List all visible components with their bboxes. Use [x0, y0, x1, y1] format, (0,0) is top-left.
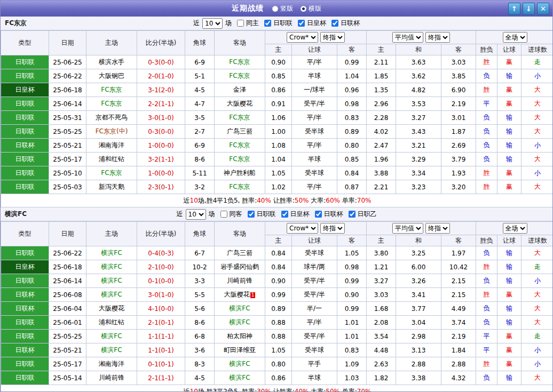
scope-select[interactable]: 全场 — [503, 223, 527, 234]
league-filter-checkbox[interactable] — [349, 211, 356, 218]
cell-score: 3-2(1-1) — [137, 153, 185, 166]
cell-goals-result: 大 — [522, 316, 553, 330]
cell-goals-result: 小 — [522, 166, 553, 180]
cell-date: 25-06-18 — [49, 83, 86, 97]
sub-column-header: 客 — [441, 44, 476, 55]
odds-source-select[interactable]: Crow* — [287, 32, 318, 43]
league-filter-checkbox[interactable] — [298, 20, 305, 27]
away-team-text: 町田泽维亚 — [224, 346, 256, 354]
cell-competition: 日职联 — [1, 69, 49, 83]
cell-competition: 日职联 — [1, 274, 49, 288]
cell-result: 负 — [476, 125, 497, 139]
cell-avg-home: 2.47 — [367, 139, 396, 153]
cell-avg-away: 3.03 — [441, 55, 476, 69]
avg-kind-select[interactable]: 终指 — [425, 223, 450, 234]
match-row: 日职联25-05-14川崎前锋2-1(1-1)4-5横滨FC0.86半球1.03… — [1, 371, 553, 385]
cell-avg-away: 4.32 — [441, 371, 476, 385]
cell-handicap-line: 受平/半 — [292, 97, 337, 111]
odds-kind-select[interactable]: 终指 — [320, 223, 345, 234]
league-filter-checkbox[interactable] — [331, 20, 338, 27]
match-row: 日职联25-06-25横滨水手0-3(0-0)6-9FC东京0.90平/半0.9… — [1, 55, 553, 69]
cell-odds-away: 0.96 — [337, 83, 367, 97]
cell-handicap-result: 赢 — [497, 357, 522, 371]
summary-segment: 近 — [184, 197, 190, 204]
cell-result: 负 — [476, 302, 497, 316]
close-button[interactable]: ✕ — [537, 3, 549, 15]
cell-odds-away: 1.03 — [337, 371, 367, 385]
sub-column-header: 胜负 — [476, 235, 497, 246]
cell-date: 25-05-14 — [49, 371, 86, 385]
cell-home-team: FC东京 — [86, 166, 137, 180]
same-venue-label: 同客 — [230, 210, 242, 219]
league-filter-checkbox[interactable] — [315, 211, 322, 218]
cell-home-team: 浦和红钻 — [86, 153, 137, 166]
cell-handicap-result: 输 — [497, 371, 522, 385]
cell-handicap-result: 输 — [497, 153, 522, 166]
away-team-text: 横滨FC — [229, 374, 250, 381]
match-row: 日联杯25-06-04大阪樱花4-1(0-0)5-6横滨FC0.89半/一0.9… — [1, 302, 553, 316]
titlebar-buttons: ↑ ↓ ✕ — [508, 3, 549, 15]
cell-date: 25-05-03 — [49, 180, 86, 194]
cell-avg-draw: 3.13 — [396, 343, 441, 357]
cell-date: 25-05-17 — [49, 153, 86, 166]
games-label: 场 — [225, 19, 232, 28]
cell-competition: 日职联 — [1, 125, 49, 139]
cell-handicap-line: 受半球 — [292, 246, 337, 260]
odds-kind-select[interactable]: 终指 — [320, 32, 345, 43]
recent-count-select[interactable]: 10 — [186, 209, 206, 220]
league-filter-checkbox[interactable] — [248, 211, 255, 218]
cell-competition: 日职联 — [1, 246, 49, 260]
cell-odds-home: 1.05 — [265, 343, 292, 357]
cell-home-team: 横滨FC — [86, 330, 137, 343]
radio-vertical-layout[interactable]: 竖版 — [272, 4, 293, 13]
radio-horizontal-layout[interactable]: 横版 — [301, 4, 321, 13]
cell-avg-home: 4.48 — [367, 343, 396, 357]
match-row: 日职联25-05-03新泻天鹅2-3(0-1)3-2FC东京1.02平/半0.8… — [1, 180, 553, 194]
sub-column-header: 主 — [367, 44, 396, 55]
cell-date: 25-06-22 — [49, 69, 86, 83]
cell-date: 25-05-10 — [49, 166, 86, 180]
cell-avg-draw: 3.41 — [396, 288, 441, 302]
cell-away-team: 岩手盛冈仙鹤 — [215, 260, 265, 274]
avg-kind-select[interactable]: 终指 — [425, 32, 450, 43]
cell-odds-home: 0.88 — [265, 330, 292, 343]
cell-result: 负 — [476, 316, 497, 330]
scroll-down-button[interactable]: ↓ — [523, 3, 535, 15]
recent-count-select[interactable]: 10 — [202, 18, 223, 29]
odds-source-select[interactable]: Crow* — [287, 223, 318, 234]
same-venue-checkbox[interactable] — [237, 20, 244, 27]
summary-segment: 60% — [326, 197, 340, 204]
cell-date: 25-05-21 — [49, 343, 86, 357]
avg-source-select[interactable]: 平均值 — [392, 223, 423, 234]
summary-segment: 大率: — [309, 388, 326, 392]
cell-score: 3-0(1-0) — [137, 111, 185, 125]
cell-goals-result: 大 — [522, 302, 553, 316]
league-filter-checkbox[interactable] — [281, 211, 288, 218]
away-team-text: 金泽 — [233, 86, 246, 93]
cell-result: 负 — [476, 69, 497, 83]
league-filter-checkbox[interactable] — [264, 20, 271, 27]
radio-unselected-icon[interactable] — [272, 6, 278, 12]
cell-competition: 日职联 — [1, 357, 49, 371]
sub-column-header: 和 — [396, 44, 441, 55]
league-filter-label: 日皇杯 — [290, 210, 310, 219]
cell-home-team: FC东京(中) — [86, 125, 137, 139]
cell-avg-away: 2.15 — [441, 288, 476, 302]
radio-selected-icon[interactable] — [301, 6, 306, 12]
cell-competition: 日职联 — [1, 316, 49, 330]
avg-source-select[interactable]: 平均值 — [392, 32, 423, 43]
cell-corners: 5-11 — [185, 166, 215, 180]
cell-handicap-result: 赢 — [497, 166, 522, 180]
cell-goals-result: 走 — [522, 330, 553, 343]
cell-score: 1-1(0-1) — [137, 343, 185, 357]
same-venue-checkbox[interactable] — [220, 211, 227, 218]
summary-segment: 70% — [357, 197, 372, 204]
layout-radio-group: 竖版 横版 — [272, 4, 321, 13]
scroll-up-button[interactable]: ↑ — [508, 3, 520, 15]
cell-goals-result: 大 — [522, 125, 553, 139]
cell-corners: 8-6 — [185, 316, 215, 330]
cell-goals-result: 小 — [522, 357, 553, 371]
cell-odds-home: 1.06 — [265, 111, 292, 125]
cell-avg-away: 2.15 — [441, 274, 476, 288]
scope-select[interactable]: 全场 — [503, 32, 527, 43]
